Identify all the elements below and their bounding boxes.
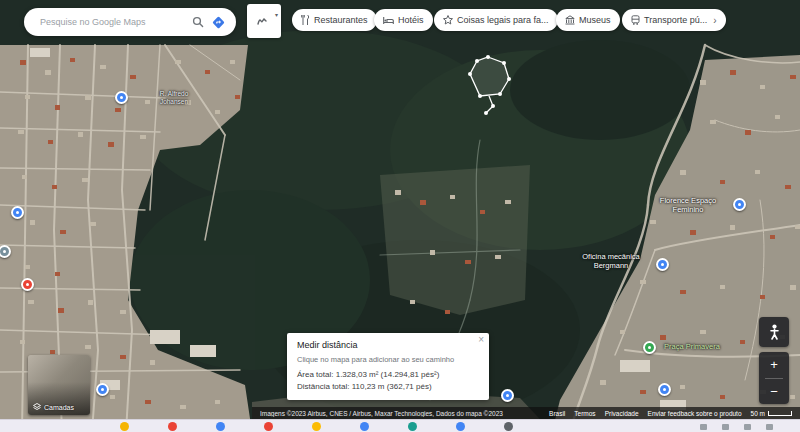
taskbar-app-icon[interactable] — [408, 422, 417, 431]
map-marker-blue[interactable] — [658, 383, 671, 396]
measure-card-hint: Clique no mapa para adicionar ao seu cam… — [297, 355, 479, 364]
hotel-icon — [383, 16, 394, 25]
chip-label: Restaurantes — [314, 15, 368, 25]
restaurant-icon — [301, 15, 310, 25]
imagery-credit: Imagens ©2023 Airbus, CNES / Airbus, Max… — [260, 410, 540, 417]
taskbar — [0, 419, 800, 432]
map-marker-blue[interactable] — [501, 389, 514, 402]
taskbar-app-icon[interactable] — [120, 422, 129, 431]
scribble-icon — [257, 16, 271, 26]
link-region[interactable]: Brasil — [549, 410, 565, 417]
system-tray-icon[interactable] — [700, 424, 707, 430]
taskbar-app-icon[interactable] — [504, 422, 513, 431]
search-bar — [24, 8, 236, 36]
system-tray-icon[interactable] — [744, 424, 751, 430]
chip-museums[interactable]: Museus — [556, 9, 620, 31]
taskbar-app-icon[interactable] — [456, 422, 465, 431]
measure-distance-card: × Medir distância Clique no mapa para ad… — [287, 333, 489, 400]
taskbar-app-icon[interactable] — [168, 422, 177, 431]
map-marker-blue[interactable] — [733, 198, 746, 211]
measure-distance-value: Distância total: 110,23 m (362,71 pés) — [297, 382, 479, 391]
system-tray-icon[interactable] — [766, 424, 773, 430]
close-icon[interactable]: × — [478, 335, 484, 345]
zoom-control: + − — [759, 352, 789, 404]
pegman-button[interactable] — [759, 317, 789, 347]
map-tool-button[interactable]: ▾ — [247, 4, 281, 38]
chip-transit[interactable]: Transporte pú... › — [622, 9, 726, 31]
scale-bar — [768, 411, 792, 416]
taskbar-app-icon[interactable] — [264, 422, 273, 431]
map-marker-blue[interactable] — [11, 206, 24, 219]
museum-icon — [565, 15, 575, 25]
poi-label-florence[interactable]: Florence Espaço Feminino — [648, 196, 728, 215]
scale-text: 50 m — [751, 410, 765, 417]
map-marker-blue[interactable] — [96, 383, 109, 396]
taskbar-app-icon[interactable] — [360, 422, 369, 431]
layers-icon — [33, 403, 41, 411]
chip-attractions[interactable]: Coisas legais para fa... — [434, 9, 558, 31]
poi-label-park[interactable]: Praça Primavera — [664, 342, 736, 351]
system-tray-icon[interactable] — [722, 424, 729, 430]
poi-label-oficina[interactable]: Oficina mecânica Bergmann — [572, 252, 650, 271]
google-maps-window: Florence Espaço Feminino Oficina mecânic… — [0, 0, 800, 432]
zoom-out-button[interactable]: − — [759, 379, 789, 405]
chip-hotels[interactable]: Hotéis — [374, 9, 433, 31]
street-label: R. Alfredo Johansen — [148, 90, 200, 106]
attribution-bar: Imagens ©2023 Airbus, CNES / Airbus, Max… — [252, 407, 800, 419]
scale-control[interactable]: 50 m — [751, 410, 792, 417]
transit-icon — [631, 15, 640, 25]
map-marker-green[interactable] — [643, 341, 656, 354]
chip-label: Coisas legais para fa... — [457, 15, 549, 25]
directions-icon[interactable] — [208, 12, 228, 32]
chip-label: Hotéis — [398, 15, 424, 25]
caret-icon: ▾ — [275, 12, 278, 18]
map-marker-blue[interactable] — [115, 91, 128, 104]
measure-card-title: Medir distância — [297, 340, 479, 350]
measure-area-value: Área total: 1.328,03 m² (14.294,81 pés²) — [297, 370, 479, 379]
layers-minimap[interactable]: Camadas — [28, 355, 90, 415]
taskbar-app-icon[interactable] — [312, 422, 321, 431]
link-terms[interactable]: Termos — [574, 410, 595, 417]
chip-restaurants[interactable]: Restaurantes — [292, 9, 377, 31]
layers-label: Camadas — [33, 403, 74, 411]
search-input[interactable] — [38, 16, 188, 28]
zoom-in-button[interactable]: + — [759, 352, 789, 378]
pegman-icon — [769, 324, 780, 340]
chip-label: Museus — [579, 15, 611, 25]
chevron-right-icon[interactable]: › — [713, 15, 716, 26]
link-feedback[interactable]: Enviar feedback sobre o produto — [648, 410, 742, 417]
map-marker-red[interactable] — [21, 278, 34, 291]
taskbar-app-icon[interactable] — [216, 422, 225, 431]
link-privacy[interactable]: Privacidade — [605, 410, 639, 417]
attractions-icon — [443, 15, 453, 25]
chip-label: Transporte pú... — [644, 15, 707, 25]
map-marker-blue[interactable] — [656, 258, 669, 271]
search-icon[interactable] — [188, 12, 208, 32]
